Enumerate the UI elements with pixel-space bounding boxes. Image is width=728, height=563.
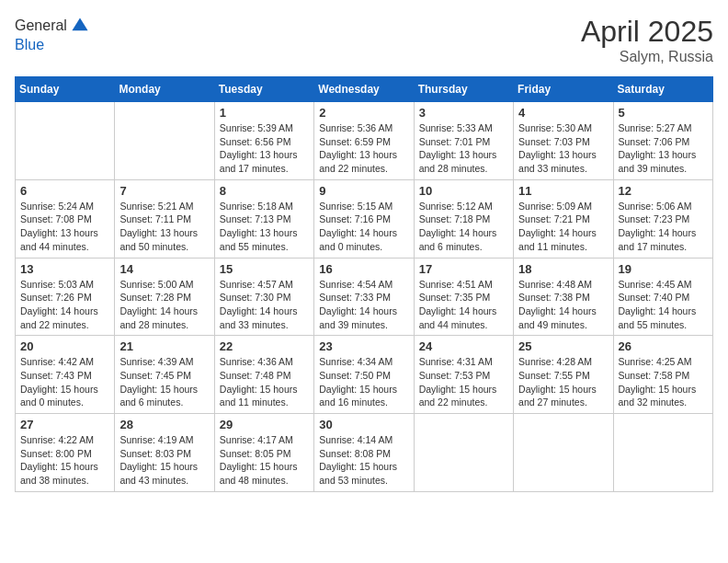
day-number: 23 xyxy=(319,339,408,353)
logo: General Blue xyxy=(15,15,91,53)
header: General Blue April 2025 Salym, Russia xyxy=(15,15,713,65)
day-number: 20 xyxy=(20,339,109,353)
weekday-header-tuesday: Tuesday xyxy=(214,77,313,102)
calendar-cell xyxy=(613,414,712,492)
calendar-week-5: 27Sunrise: 4:22 AM Sunset: 8:00 PM Dayli… xyxy=(16,414,713,492)
calendar-cell: 11Sunrise: 5:09 AM Sunset: 7:21 PM Dayli… xyxy=(514,179,613,258)
calendar-cell: 3Sunrise: 5:33 AM Sunset: 7:01 PM Daylig… xyxy=(414,102,513,180)
calendar-cell: 28Sunrise: 4:19 AM Sunset: 8:03 PM Dayli… xyxy=(115,414,214,492)
calendar-cell: 30Sunrise: 4:14 AM Sunset: 8:08 PM Dayli… xyxy=(314,414,414,492)
day-info: Sunrise: 4:25 AM Sunset: 7:58 PM Dayligh… xyxy=(619,355,708,409)
calendar-cell: 19Sunrise: 4:45 AM Sunset: 7:40 PM Dayli… xyxy=(613,258,712,336)
calendar-cell: 25Sunrise: 4:28 AM Sunset: 7:55 PM Dayli… xyxy=(514,336,613,414)
calendar-cell: 17Sunrise: 4:51 AM Sunset: 7:35 PM Dayli… xyxy=(414,258,513,336)
day-number: 21 xyxy=(119,339,209,353)
calendar-cell xyxy=(514,414,613,492)
day-number: 17 xyxy=(419,262,508,276)
calendar-cell: 20Sunrise: 4:42 AM Sunset: 7:43 PM Dayli… xyxy=(16,336,115,414)
calendar-cell xyxy=(115,102,214,180)
calendar-body: 1Sunrise: 5:39 AM Sunset: 6:56 PM Daylig… xyxy=(16,102,713,492)
day-info: Sunrise: 5:36 AM Sunset: 6:59 PM Dayligh… xyxy=(319,121,408,176)
day-number: 10 xyxy=(419,184,508,198)
day-number: 24 xyxy=(419,339,508,353)
day-info: Sunrise: 5:33 AM Sunset: 7:01 PM Dayligh… xyxy=(419,121,508,176)
day-info: Sunrise: 4:31 AM Sunset: 7:53 PM Dayligh… xyxy=(419,355,508,409)
day-info: Sunrise: 4:14 AM Sunset: 8:08 PM Dayligh… xyxy=(319,433,408,488)
day-info: Sunrise: 5:18 AM Sunset: 7:13 PM Dayligh… xyxy=(220,200,309,254)
calendar-cell xyxy=(16,102,115,180)
day-info: Sunrise: 4:22 AM Sunset: 8:00 PM Dayligh… xyxy=(20,433,109,488)
calendar-cell: 7Sunrise: 5:21 AM Sunset: 7:11 PM Daylig… xyxy=(115,179,214,258)
day-number: 19 xyxy=(619,262,708,276)
calendar-table: SundayMondayTuesdayWednesdayThursdayFrid… xyxy=(15,76,713,492)
calendar-week-1: 1Sunrise: 5:39 AM Sunset: 6:56 PM Daylig… xyxy=(16,102,713,180)
day-number: 30 xyxy=(319,418,408,431)
calendar-cell xyxy=(414,414,513,492)
title-block: April 2025 Salym, Russia xyxy=(581,15,713,65)
day-number: 26 xyxy=(619,339,708,353)
weekday-header-friday: Friday xyxy=(514,77,613,102)
calendar-cell: 10Sunrise: 5:12 AM Sunset: 7:18 PM Dayli… xyxy=(414,179,513,258)
day-info: Sunrise: 4:48 AM Sunset: 7:38 PM Dayligh… xyxy=(518,278,608,332)
day-info: Sunrise: 5:27 AM Sunset: 7:06 PM Dayligh… xyxy=(619,121,708,176)
day-info: Sunrise: 4:17 AM Sunset: 8:05 PM Dayligh… xyxy=(220,433,309,488)
day-number: 8 xyxy=(220,184,309,198)
calendar-cell: 18Sunrise: 4:48 AM Sunset: 7:38 PM Dayli… xyxy=(514,258,613,336)
svg-marker-0 xyxy=(72,17,87,30)
day-number: 2 xyxy=(319,106,408,120)
calendar-cell: 4Sunrise: 5:30 AM Sunset: 7:03 PM Daylig… xyxy=(514,102,613,180)
weekday-row: SundayMondayTuesdayWednesdayThursdayFrid… xyxy=(16,77,713,102)
day-number: 18 xyxy=(518,262,608,276)
calendar-cell: 6Sunrise: 5:24 AM Sunset: 7:08 PM Daylig… xyxy=(16,179,115,258)
day-info: Sunrise: 4:36 AM Sunset: 7:48 PM Dayligh… xyxy=(220,355,309,409)
day-number: 11 xyxy=(518,184,608,198)
weekday-header-sunday: Sunday xyxy=(16,77,115,102)
day-info: Sunrise: 4:42 AM Sunset: 7:43 PM Dayligh… xyxy=(20,355,109,409)
calendar-cell: 13Sunrise: 5:03 AM Sunset: 7:26 PM Dayli… xyxy=(16,258,115,336)
day-number: 28 xyxy=(119,418,209,431)
calendar-cell: 24Sunrise: 4:31 AM Sunset: 7:53 PM Dayli… xyxy=(414,336,513,414)
day-number: 27 xyxy=(20,418,109,431)
day-info: Sunrise: 4:19 AM Sunset: 8:03 PM Dayligh… xyxy=(119,433,209,488)
day-number: 29 xyxy=(220,418,309,431)
day-info: Sunrise: 5:09 AM Sunset: 7:21 PM Dayligh… xyxy=(518,200,608,254)
weekday-header-wednesday: Wednesday xyxy=(314,77,414,102)
day-info: Sunrise: 5:39 AM Sunset: 6:56 PM Dayligh… xyxy=(220,121,309,176)
day-number: 3 xyxy=(419,106,508,120)
logo-general-text: General xyxy=(15,17,67,34)
day-number: 12 xyxy=(619,184,708,198)
day-info: Sunrise: 4:54 AM Sunset: 7:33 PM Dayligh… xyxy=(319,278,408,332)
calendar-cell: 14Sunrise: 5:00 AM Sunset: 7:28 PM Dayli… xyxy=(115,258,214,336)
day-info: Sunrise: 5:24 AM Sunset: 7:08 PM Dayligh… xyxy=(20,200,109,254)
day-info: Sunrise: 4:45 AM Sunset: 7:40 PM Dayligh… xyxy=(619,278,708,332)
calendar-cell: 5Sunrise: 5:27 AM Sunset: 7:06 PM Daylig… xyxy=(613,102,712,180)
calendar-header: SundayMondayTuesdayWednesdayThursdayFrid… xyxy=(16,77,713,102)
calendar-cell: 9Sunrise: 5:15 AM Sunset: 7:16 PM Daylig… xyxy=(314,179,414,258)
calendar-week-3: 13Sunrise: 5:03 AM Sunset: 7:26 PM Dayli… xyxy=(16,258,713,336)
day-number: 13 xyxy=(20,262,109,276)
day-number: 25 xyxy=(518,339,608,353)
calendar-cell: 26Sunrise: 4:25 AM Sunset: 7:58 PM Dayli… xyxy=(613,336,712,414)
day-info: Sunrise: 4:34 AM Sunset: 7:50 PM Dayligh… xyxy=(319,355,408,409)
day-number: 14 xyxy=(119,262,209,276)
calendar-cell: 23Sunrise: 4:34 AM Sunset: 7:50 PM Dayli… xyxy=(314,336,414,414)
day-info: Sunrise: 5:12 AM Sunset: 7:18 PM Dayligh… xyxy=(419,200,508,254)
weekday-header-thursday: Thursday xyxy=(414,77,513,102)
location: Salym, Russia xyxy=(581,49,713,65)
day-number: 4 xyxy=(518,106,608,120)
day-number: 5 xyxy=(619,106,708,120)
calendar-cell: 21Sunrise: 4:39 AM Sunset: 7:45 PM Dayli… xyxy=(115,336,214,414)
calendar-cell: 8Sunrise: 5:18 AM Sunset: 7:13 PM Daylig… xyxy=(214,179,313,258)
day-info: Sunrise: 4:57 AM Sunset: 7:30 PM Dayligh… xyxy=(220,278,309,332)
calendar-cell: 2Sunrise: 5:36 AM Sunset: 6:59 PM Daylig… xyxy=(314,102,414,180)
logo-blue-text: Blue xyxy=(15,37,91,53)
weekday-header-monday: Monday xyxy=(115,77,214,102)
day-info: Sunrise: 4:51 AM Sunset: 7:35 PM Dayligh… xyxy=(419,278,508,332)
day-info: Sunrise: 4:39 AM Sunset: 7:45 PM Dayligh… xyxy=(119,355,209,409)
month-title: April 2025 xyxy=(581,15,713,49)
day-info: Sunrise: 5:03 AM Sunset: 7:26 PM Dayligh… xyxy=(20,278,109,332)
day-info: Sunrise: 5:21 AM Sunset: 7:11 PM Dayligh… xyxy=(119,200,209,254)
calendar-week-2: 6Sunrise: 5:24 AM Sunset: 7:08 PM Daylig… xyxy=(16,179,713,258)
day-number: 9 xyxy=(319,184,408,198)
calendar-cell: 16Sunrise: 4:54 AM Sunset: 7:33 PM Dayli… xyxy=(314,258,414,336)
